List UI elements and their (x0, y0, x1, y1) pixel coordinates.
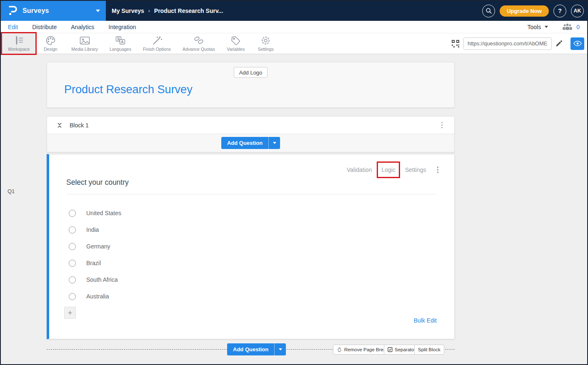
survey-title[interactable]: Product Research Survey (64, 83, 454, 96)
question-number-label: Q1 (8, 188, 15, 194)
main-tabs: Edit Distribute Analytics Integration (1, 21, 136, 33)
tab-analytics[interactable]: Analytics (71, 21, 94, 33)
block-header: Block 1 (47, 117, 454, 134)
advance-quotas-link-icon (193, 35, 204, 46)
avatar[interactable]: AK (571, 5, 584, 17)
radio-button[interactable] (69, 243, 76, 250)
tools-menu[interactable]: Tools (528, 24, 548, 30)
toolbar-item-workspace[interactable]: Workspace (2, 33, 35, 54)
toolbar-item-languages[interactable]: Languages (104, 33, 137, 54)
questionpro-logo-icon (8, 5, 18, 16)
answer-option-label[interactable]: India (86, 226, 99, 233)
chevron-down-icon (273, 142, 276, 144)
radio-button[interactable] (69, 226, 76, 233)
toolbar-item-advance-quotas[interactable]: Advance Quotas (177, 33, 221, 54)
add-question-row: Add Question (47, 134, 454, 152)
collapse-icon (56, 122, 63, 129)
search-button[interactable] (482, 5, 495, 17)
question-tab-validation[interactable]: Validation (343, 166, 375, 173)
broken-link-icon (337, 347, 342, 353)
radio-button[interactable] (69, 260, 76, 267)
question-menu-button[interactable] (435, 165, 440, 175)
toolbar-item-label: Variables (227, 47, 245, 52)
product-switcher[interactable]: Surveys (1, 1, 106, 21)
answer-option-label[interactable]: Australia (86, 293, 109, 300)
question-title-field[interactable]: Select your country (66, 178, 437, 194)
radio-button[interactable] (69, 276, 76, 283)
answer-options-list: United States India Germany Brazil (69, 205, 454, 305)
add-question-button[interactable]: Add Question (221, 137, 268, 149)
survey-toolbar: Workspace Design (1, 33, 587, 54)
chevron-down-icon (96, 10, 100, 12)
question-tab-settings[interactable]: Settings (402, 166, 430, 173)
tab-edit[interactable]: Edit (8, 21, 18, 33)
remove-page-break-label: Remove Page Break (344, 347, 388, 352)
toolbar-item-media-library[interactable]: Media Library (65, 33, 104, 54)
block-title[interactable]: Block 1 (70, 122, 440, 129)
checkbox-checked-icon (388, 347, 393, 352)
languages-icon (115, 35, 126, 46)
question-tabs: Validation Logic Settings (49, 154, 454, 175)
upgrade-now-button[interactable]: Upgrade Now (500, 5, 549, 17)
page-break-row: Add Question Remove Page Break Separa (47, 343, 455, 356)
survey-header-card: Add Logo Product Research Survey (47, 62, 455, 108)
toolbar-item-label: Languages (110, 47, 131, 52)
split-block-button[interactable]: Split Block (414, 345, 444, 355)
search-icon (485, 7, 492, 14)
main-tabbar: Edit Distribute Analytics Integration To… (1, 21, 587, 33)
answer-option-label[interactable]: South Africa (86, 276, 118, 283)
collaborators-button[interactable]: 0 (562, 23, 580, 30)
answer-option-row: United States (69, 205, 454, 221)
survey-url-input[interactable] (463, 37, 552, 50)
add-question-dropdown-button[interactable] (274, 343, 286, 355)
add-question-button[interactable]: Add Question (227, 343, 274, 355)
remove-page-break-button[interactable]: Remove Page Break (333, 345, 392, 355)
add-question-split-button: Add Question (221, 137, 280, 149)
question-card: Validation Logic Settings Select your co… (47, 154, 455, 339)
toolbar-item-label: Advance Quotas (183, 47, 215, 52)
collapse-block-button[interactable] (55, 121, 64, 129)
question-title: Select your country (66, 178, 129, 186)
answer-option-row: Brazil (69, 255, 454, 271)
breadcrumb-separator-icon: › (148, 8, 150, 14)
toolbar-item-settings[interactable]: Settings (251, 33, 281, 54)
people-icon (562, 23, 573, 30)
tools-label: Tools (528, 24, 541, 30)
toolbar-item-label: Media Library (71, 47, 98, 52)
breadcrumb-my-surveys[interactable]: My Surveys (112, 7, 144, 14)
tab-distribute[interactable]: Distribute (32, 21, 57, 33)
design-palette-icon (45, 35, 56, 46)
pencil-icon (555, 40, 563, 47)
answer-option-label[interactable]: Brazil (86, 260, 101, 266)
media-library-icon (79, 35, 90, 46)
settings-gear-icon (260, 35, 271, 46)
question-tab-logic[interactable]: Logic (377, 161, 400, 178)
answer-option-label[interactable]: Germany (86, 243, 110, 250)
block-menu-button[interactable] (440, 120, 445, 130)
answer-option-label[interactable]: United States (86, 210, 121, 216)
top-navbar: Surveys My Surveys › Product Research Su… (1, 1, 587, 21)
add-question-dropdown-button[interactable] (268, 137, 280, 149)
radio-button[interactable] (69, 293, 76, 300)
chevron-down-icon (545, 26, 548, 28)
qr-code-icon (451, 40, 460, 48)
add-option-button[interactable]: + (64, 307, 76, 319)
survey-editor-canvas: Q1 Add Logo Product Research Survey Bloc… (1, 62, 587, 365)
separator-label: Separator (395, 347, 416, 352)
preview-survey-button[interactable] (570, 37, 584, 50)
toolbar-item-finish-options[interactable]: Finish Options (137, 33, 177, 54)
answer-option-row: Germany (69, 238, 454, 255)
edit-url-button[interactable] (555, 40, 563, 47)
bulk-edit-link[interactable]: Bulk Edit (414, 317, 437, 324)
qr-code-button[interactable] (451, 40, 460, 48)
block-card: Block 1 Add Question (47, 116, 455, 152)
workspace-icon (13, 35, 24, 46)
toolbar-item-variables[interactable]: Variables (221, 33, 251, 54)
add-logo-button[interactable]: Add Logo (234, 67, 268, 78)
toolbar-item-design[interactable]: Design (35, 33, 65, 54)
tab-integration[interactable]: Integration (108, 21, 136, 33)
answer-option-row: India (69, 221, 454, 238)
help-button[interactable]: ? (553, 5, 566, 17)
breadcrumb: My Surveys › Product Research Surv... (112, 7, 482, 14)
radio-button[interactable] (69, 210, 76, 217)
